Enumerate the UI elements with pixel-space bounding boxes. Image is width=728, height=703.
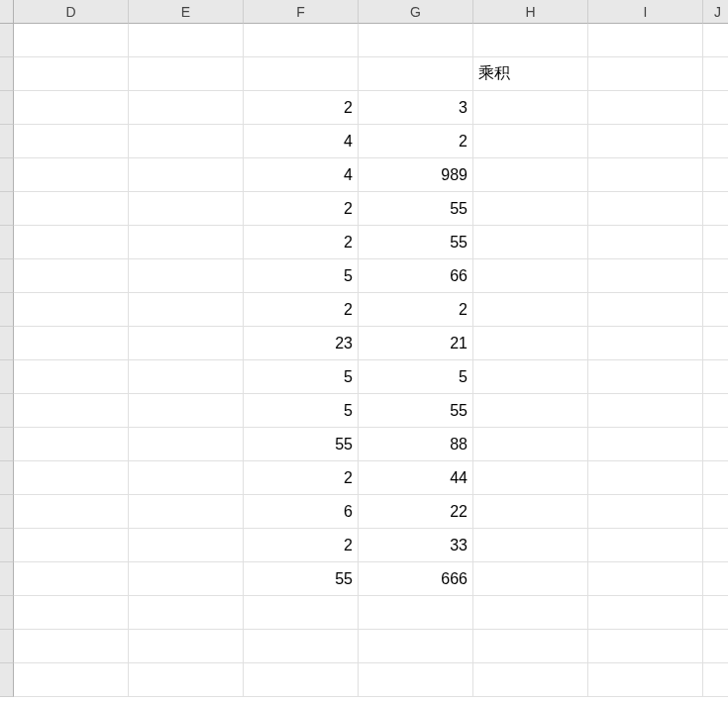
cell[interactable] — [129, 495, 244, 529]
cell[interactable]: 5 — [244, 360, 359, 394]
cell[interactable]: 55 — [359, 394, 473, 428]
cell[interactable] — [703, 293, 728, 327]
cell[interactable] — [14, 293, 129, 327]
cell[interactable] — [588, 192, 703, 226]
cell[interactable]: 5 — [244, 259, 359, 293]
cell[interactable] — [473, 394, 588, 428]
cell[interactable] — [129, 360, 244, 394]
cell[interactable] — [473, 125, 588, 158]
column-header-G[interactable]: G — [359, 0, 473, 24]
cell[interactable]: 55 — [244, 428, 359, 461]
cell[interactable]: 2 — [359, 125, 473, 158]
cell[interactable] — [588, 327, 703, 360]
cell[interactable] — [359, 57, 473, 91]
cell[interactable] — [129, 394, 244, 428]
cell[interactable] — [473, 327, 588, 360]
cell[interactable] — [14, 57, 129, 91]
cell[interactable]: 2 — [244, 91, 359, 125]
cell[interactable] — [14, 596, 129, 630]
cell[interactable]: 2 — [359, 293, 473, 327]
column-header-F[interactable]: F — [244, 0, 359, 24]
cell[interactable] — [703, 125, 728, 158]
cell[interactable] — [588, 24, 703, 57]
cell[interactable] — [473, 158, 588, 192]
cell[interactable]: 21 — [359, 327, 473, 360]
cell[interactable] — [703, 259, 728, 293]
cell[interactable] — [588, 226, 703, 259]
cell[interactable]: 2 — [244, 192, 359, 226]
cell[interactable] — [703, 327, 728, 360]
cell[interactable]: 989 — [359, 158, 473, 192]
cell[interactable] — [473, 24, 588, 57]
cell[interactable] — [703, 57, 728, 91]
cell[interactable]: 22 — [359, 495, 473, 529]
cell[interactable] — [244, 57, 359, 91]
column-header-J[interactable]: J — [703, 0, 728, 24]
cell[interactable] — [14, 495, 129, 529]
cell[interactable]: 2 — [244, 461, 359, 495]
cell[interactable] — [588, 663, 703, 697]
cell[interactable] — [129, 125, 244, 158]
cell[interactable] — [129, 57, 244, 91]
cell[interactable] — [588, 125, 703, 158]
cell[interactable] — [14, 461, 129, 495]
cell[interactable]: 33 — [359, 529, 473, 562]
column-header-E[interactable]: E — [129, 0, 244, 24]
cell[interactable] — [129, 663, 244, 697]
cell[interactable]: 55 — [359, 192, 473, 226]
cell[interactable] — [703, 394, 728, 428]
cell[interactable] — [129, 91, 244, 125]
cell[interactable]: 666 — [359, 562, 473, 596]
cell[interactable] — [244, 596, 359, 630]
cell[interactable] — [588, 158, 703, 192]
cell[interactable] — [129, 529, 244, 562]
spreadsheet-grid[interactable]: D E F G H I J 乘积 2 3 4 2 4 989 — [0, 0, 728, 697]
cell[interactable] — [703, 24, 728, 57]
cell[interactable] — [14, 562, 129, 596]
cell[interactable] — [703, 663, 728, 697]
cell[interactable] — [359, 24, 473, 57]
cell[interactable]: 5 — [359, 360, 473, 394]
column-header-D[interactable]: D — [14, 0, 129, 24]
cell[interactable] — [359, 596, 473, 630]
cell[interactable] — [129, 562, 244, 596]
cell[interactable] — [703, 596, 728, 630]
cell[interactable] — [588, 428, 703, 461]
column-header-I[interactable]: I — [588, 0, 703, 24]
cell[interactable] — [244, 24, 359, 57]
cell[interactable] — [244, 630, 359, 663]
cell[interactable] — [703, 360, 728, 394]
cell[interactable]: 66 — [359, 259, 473, 293]
cell[interactable] — [473, 360, 588, 394]
cell[interactable] — [14, 394, 129, 428]
cell[interactable] — [129, 158, 244, 192]
cell[interactable]: 44 — [359, 461, 473, 495]
cell[interactable] — [14, 125, 129, 158]
cell[interactable] — [473, 596, 588, 630]
cell[interactable]: 88 — [359, 428, 473, 461]
cell[interactable] — [129, 461, 244, 495]
cell[interactable] — [703, 192, 728, 226]
cell[interactable]: 4 — [244, 158, 359, 192]
cell[interactable]: 5 — [244, 394, 359, 428]
cell[interactable] — [588, 461, 703, 495]
cell[interactable] — [588, 529, 703, 562]
cell[interactable] — [14, 158, 129, 192]
cell[interactable] — [14, 192, 129, 226]
cell[interactable] — [129, 630, 244, 663]
cell[interactable] — [703, 158, 728, 192]
cell[interactable] — [473, 461, 588, 495]
cell[interactable] — [14, 24, 129, 57]
cell[interactable] — [129, 192, 244, 226]
cell[interactable] — [588, 91, 703, 125]
cell[interactable]: 55 — [359, 226, 473, 259]
cell[interactable]: 6 — [244, 495, 359, 529]
cell[interactable] — [129, 596, 244, 630]
cell[interactable] — [588, 596, 703, 630]
cell[interactable] — [703, 562, 728, 596]
cell[interactable]: 3 — [359, 91, 473, 125]
cell[interactable] — [473, 529, 588, 562]
cell[interactable] — [129, 259, 244, 293]
cell[interactable] — [703, 495, 728, 529]
cell[interactable] — [588, 562, 703, 596]
